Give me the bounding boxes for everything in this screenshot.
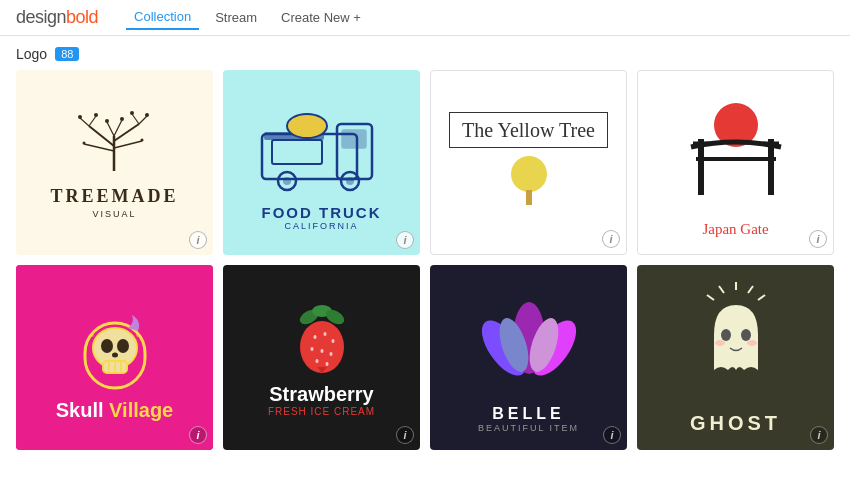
yellow-tree-icon <box>509 154 549 209</box>
logo-count-badge: 88 <box>55 47 79 61</box>
card-strawberry[interactable]: Strawberry FRESH ICE CREAM i <box>223 265 420 450</box>
svg-line-69 <box>719 286 724 293</box>
skull-icon <box>70 293 160 403</box>
svg-point-54 <box>313 335 316 339</box>
card-yellowtree[interactable]: The Yellow Tree i <box>430 70 627 255</box>
info-button[interactable]: i <box>810 426 828 444</box>
svg-line-7 <box>132 114 139 124</box>
japan-gate-icon <box>671 87 801 217</box>
svg-point-47 <box>112 353 118 358</box>
foodtruck-sub: CALIFORNIA <box>252 221 392 231</box>
info-button[interactable]: i <box>189 231 207 249</box>
nav-create-new[interactable]: Create New + <box>273 6 369 29</box>
section-header: Logo 88 <box>0 36 850 70</box>
strawberry-sub: FRESH ICE CREAM <box>268 406 375 417</box>
svg-point-12 <box>94 113 98 117</box>
svg-line-72 <box>758 295 765 300</box>
svg-point-29 <box>511 156 547 192</box>
strawberry-icon <box>287 299 357 379</box>
ghost-title: GHOST <box>690 412 781 435</box>
belle-title: BELLE <box>478 405 579 423</box>
logo: designbold <box>16 7 98 28</box>
skull-village-title: Skull Village <box>56 399 173 422</box>
svg-point-58 <box>320 349 323 353</box>
svg-rect-21 <box>342 130 366 148</box>
strawberry-text: Strawberry FRESH ICE CREAM <box>268 383 375 417</box>
japangate-title: Japan Gate <box>702 221 768 238</box>
svg-line-70 <box>748 286 753 293</box>
section-title: Logo <box>16 46 47 62</box>
svg-point-46 <box>117 339 129 353</box>
info-button[interactable]: i <box>396 426 414 444</box>
yellowtree-text-box: The Yellow Tree <box>449 112 608 148</box>
belle-lotus-icon <box>479 283 579 393</box>
svg-point-17 <box>83 142 86 145</box>
svg-rect-30 <box>526 190 532 205</box>
card-ghost[interactable]: GHOST i <box>637 265 834 450</box>
svg-point-53 <box>300 321 344 373</box>
nav-stream[interactable]: Stream <box>207 6 265 29</box>
svg-line-2 <box>114 124 139 141</box>
foodtruck-title: FOOD TRUCK <box>252 204 392 221</box>
svg-point-57 <box>310 347 313 351</box>
yellowtree-title: The Yellow Tree <box>462 117 595 143</box>
header: designbold Collection Stream Create New … <box>0 0 850 36</box>
card-skull[interactable]: Skull Village i <box>16 265 213 450</box>
svg-line-71 <box>707 295 714 300</box>
svg-point-27 <box>346 177 354 185</box>
svg-point-45 <box>101 339 113 353</box>
svg-point-59 <box>329 352 332 356</box>
svg-point-13 <box>130 111 134 115</box>
card-grid: TREEMADE VISUAL i <box>0 70 850 460</box>
belle-text: BELLE BEAUTIFUL ITEM <box>478 399 579 433</box>
svg-point-75 <box>715 340 725 346</box>
nav-collection[interactable]: Collection <box>126 5 199 30</box>
svg-line-8 <box>139 116 147 124</box>
info-button[interactable]: i <box>809 230 827 248</box>
svg-point-16 <box>120 117 124 121</box>
foodtruck-content: FOOD TRUCK CALIFORNIA <box>252 94 392 231</box>
info-button[interactable]: i <box>396 231 414 249</box>
svg-point-18 <box>141 139 144 142</box>
svg-rect-22 <box>272 140 322 164</box>
svg-line-4 <box>114 141 142 148</box>
svg-point-11 <box>78 115 82 119</box>
yellowtree-visual <box>509 154 549 213</box>
skull-accent: Village <box>109 399 173 421</box>
svg-point-14 <box>145 113 149 117</box>
card-foodtruck[interactable]: FOOD TRUCK CALIFORNIA i <box>223 70 420 255</box>
card-japangate[interactable]: Japan Gate i <box>637 70 834 255</box>
card-belle[interactable]: BELLE BEAUTIFUL ITEM i <box>430 265 627 450</box>
foodtruck-icon <box>252 94 392 194</box>
svg-line-10 <box>114 120 122 136</box>
card-treemade[interactable]: TREEMADE VISUAL i <box>16 70 213 255</box>
svg-point-48 <box>90 333 94 337</box>
treemade-content: TREEMADE VISUAL <box>40 96 188 229</box>
info-button[interactable]: i <box>603 426 621 444</box>
svg-point-60 <box>315 359 318 363</box>
svg-point-28 <box>287 114 327 138</box>
svg-point-56 <box>331 339 334 343</box>
svg-point-25 <box>283 177 291 185</box>
svg-line-6 <box>89 116 96 126</box>
svg-point-55 <box>323 332 326 336</box>
svg-line-3 <box>84 144 114 151</box>
nav-links: Collection Stream Create New + <box>126 5 369 30</box>
info-button[interactable]: i <box>602 230 620 248</box>
svg-line-5 <box>80 118 89 126</box>
tree-icon <box>74 106 154 176</box>
skull-plain: Skull <box>56 399 109 421</box>
svg-point-73 <box>721 329 731 341</box>
strawberry-title: Strawberry <box>268 383 375 406</box>
svg-point-74 <box>741 329 751 341</box>
svg-point-76 <box>747 340 757 346</box>
info-button[interactable]: i <box>189 426 207 444</box>
ghost-icon <box>686 280 786 400</box>
belle-sub: BEAUTIFUL ITEM <box>478 423 579 433</box>
svg-line-9 <box>107 122 114 136</box>
svg-point-15 <box>105 119 109 123</box>
treemade-sub: VISUAL <box>50 209 178 219</box>
svg-point-61 <box>325 362 328 366</box>
treemade-title: TREEMADE <box>50 186 178 207</box>
svg-point-49 <box>136 333 140 337</box>
